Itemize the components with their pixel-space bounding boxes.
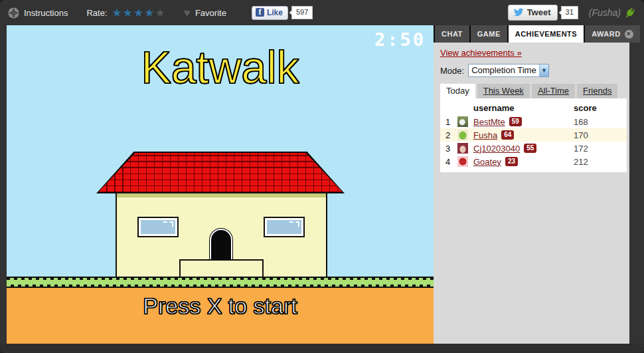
- username-label: (Fusha): [589, 7, 621, 18]
- sidebar: CHAT GAME ACHIEVEMENTS AWARD ✕ View achi…: [434, 25, 629, 344]
- mode-label: Mode:: [440, 66, 464, 76]
- username-link[interactable]: Goatey: [473, 157, 501, 167]
- game-canvas[interactable]: 2:50 Katwalk Press X to start: [7, 25, 434, 344]
- username-link[interactable]: Fusha: [473, 130, 497, 140]
- leaderboard-subtabs: Today This Week All-Time Friends: [440, 84, 627, 98]
- start-prompt: Press X to start: [7, 293, 434, 319]
- mode-select-value: Completion Time: [469, 64, 539, 76]
- tweet-button[interactable]: Tweet: [508, 5, 558, 21]
- like-label: Like: [267, 8, 283, 17]
- tab-chat[interactable]: CHAT: [435, 25, 469, 43]
- close-icon[interactable]: ✕: [625, 30, 633, 39]
- heart-icon: ♥: [184, 7, 191, 19]
- subtab-all-time[interactable]: All-Time: [532, 84, 575, 98]
- star-1[interactable]: ★: [112, 7, 122, 19]
- tab-achievements-label: ACHIEVEMENTS: [515, 30, 577, 38]
- avatar: [457, 130, 468, 140]
- rate-label: Rate:: [86, 8, 107, 18]
- username-link[interactable]: Cj10203040: [473, 144, 520, 154]
- favorite-button[interactable]: ♥ Favorite: [184, 7, 226, 19]
- house-door: [211, 230, 231, 261]
- subtab-today-label: Today: [446, 86, 469, 96]
- house-window-left: [137, 217, 179, 237]
- leaderboard-table: username score 1 BestMte 59 168 2: [440, 98, 627, 172]
- score-value: 172: [574, 144, 624, 154]
- tab-chat-label: CHAT: [442, 30, 463, 38]
- level-badge: 55: [524, 144, 536, 153]
- subtab-all-time-label: All-Time: [538, 86, 569, 96]
- mode-select[interactable]: Completion Time ▼: [468, 64, 549, 77]
- tweet-widget: Tweet 31: [508, 5, 578, 21]
- tweet-label: Tweet: [527, 7, 551, 17]
- house-roof: [96, 152, 345, 193]
- gamepad-icon: [8, 7, 19, 19]
- rate-widget: Rate: ★ ★ ★ ★ ★: [86, 7, 165, 19]
- rank: 3: [445, 144, 457, 154]
- tab-achievements[interactable]: ACHIEVEMENTS: [509, 25, 584, 43]
- leaderboard-row: 3 Cj10203040 55 172: [440, 142, 627, 155]
- rank: 1: [445, 117, 457, 127]
- facebook-like-widget: f Like 597: [252, 6, 313, 20]
- star-2[interactable]: ★: [123, 7, 133, 19]
- plug-icon: [625, 7, 635, 18]
- leaderboard-row: 1 BestMte 59 168: [440, 115, 627, 128]
- favorite-label: Favorite: [195, 8, 226, 18]
- roof-tiles: [98, 153, 343, 192]
- column-score: score: [574, 103, 624, 113]
- rank: 2: [445, 130, 457, 140]
- top-toolbar: Instructions Rate: ★ ★ ★ ★ ★ ♥ Favorite …: [0, 0, 644, 25]
- main-row: 2:50 Katwalk Press X to start CHAT GAME …: [7, 25, 644, 344]
- tab-award-label: AWARD: [592, 30, 620, 38]
- window-glass: [141, 220, 175, 234]
- twitter-bird-icon: [513, 8, 524, 17]
- game-portal-window: Instructions Rate: ★ ★ ★ ★ ★ ♥ Favorite …: [0, 0, 644, 353]
- instructions-button[interactable]: Instructions: [8, 7, 68, 19]
- logged-in-user: (Fusha): [589, 7, 635, 18]
- house-window-right: [264, 217, 305, 237]
- bottom-frame: [0, 344, 644, 353]
- subtab-this-week-label: This Week: [483, 86, 524, 96]
- rank: 4: [445, 157, 457, 167]
- tab-award[interactable]: AWARD ✕: [585, 25, 639, 43]
- score-value: 212: [574, 157, 624, 167]
- roof-shadow: [117, 193, 326, 197]
- score-value: 168: [574, 117, 624, 127]
- username-link[interactable]: BestMte: [473, 117, 505, 127]
- rating-stars[interactable]: ★ ★ ★ ★ ★: [112, 7, 165, 19]
- star-3[interactable]: ★: [133, 7, 143, 19]
- grass-strip: [7, 277, 434, 288]
- tweet-count-bubble: 31: [560, 6, 578, 19]
- view-achievements-link[interactable]: View achievements »: [440, 48, 522, 58]
- mode-row: Mode: Completion Time ▼: [440, 64, 627, 77]
- leaderboard-header: username score: [440, 100, 627, 115]
- game-title: Katwalk: [7, 41, 434, 93]
- facebook-like-button[interactable]: f Like: [252, 6, 288, 20]
- star-5[interactable]: ★: [155, 7, 165, 19]
- level-badge: 59: [509, 117, 522, 126]
- window-glass: [267, 220, 301, 234]
- leaderboard-row: 4 Goatey 23 212: [440, 155, 627, 168]
- subtab-friends-label: Friends: [583, 86, 611, 96]
- like-count-bubble: 597: [290, 6, 313, 19]
- tab-game-label: GAME: [477, 30, 501, 38]
- subtab-today[interactable]: Today: [440, 84, 475, 98]
- tab-game[interactable]: GAME: [471, 25, 507, 43]
- avatar: [457, 116, 468, 127]
- level-badge: 64: [501, 130, 514, 140]
- star-4[interactable]: ★: [144, 7, 154, 19]
- subtab-this-week[interactable]: This Week: [477, 84, 530, 98]
- leaderboard-row: 2 Fusha 64 170: [440, 128, 627, 142]
- avatar: [457, 143, 468, 154]
- column-username: username: [473, 103, 574, 113]
- chevron-down-icon: ▼: [539, 64, 548, 76]
- score-value: 170: [574, 130, 624, 140]
- avatar: [457, 156, 468, 167]
- subtab-friends[interactable]: Friends: [577, 84, 617, 98]
- sidebar-tab-bar: CHAT GAME ACHIEVEMENTS AWARD ✕: [434, 25, 629, 43]
- level-badge: 23: [505, 157, 518, 166]
- achievements-panel: View achievements » Mode: Completion Tim…: [434, 43, 629, 344]
- instructions-label: Instructions: [24, 8, 68, 18]
- facebook-icon: f: [256, 8, 264, 17]
